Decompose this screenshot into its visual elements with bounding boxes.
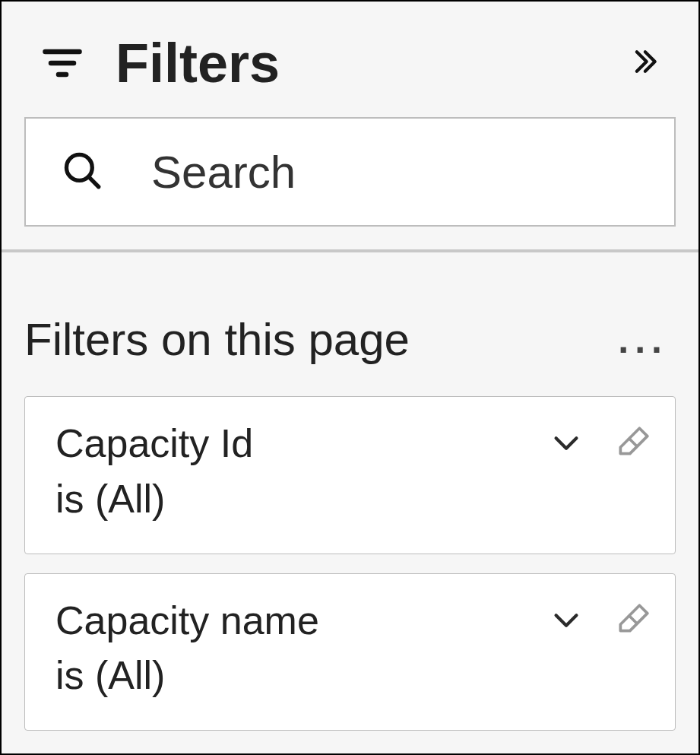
chevron-double-right-icon — [627, 68, 660, 81]
eraser-icon — [614, 451, 652, 464]
expand-filter-button[interactable] — [549, 425, 584, 463]
filter-value-label: is (All) — [55, 648, 549, 703]
collapse-button[interactable] — [619, 37, 668, 89]
filter-card[interactable]: Capacity Id is (All) — [24, 396, 676, 554]
filters-header: Filters — [2, 2, 698, 117]
svg-line-4 — [88, 176, 98, 186]
chevron-down-icon — [549, 449, 584, 462]
panel-title: Filters — [116, 32, 280, 94]
filter-text: Capacity name is (All) — [55, 593, 549, 704]
filters-section: Filters on this page ... Capacity Id is … — [2, 252, 698, 750]
section-heading: Filters on this page ... — [24, 313, 676, 366]
search-container — [2, 117, 698, 249]
eraser-icon — [614, 628, 652, 641]
svg-line-6 — [629, 614, 638, 624]
filter-field-label: Capacity Id — [55, 416, 549, 471]
section-more-button[interactable]: ... — [610, 318, 676, 362]
filter-text: Capacity Id is (All) — [55, 416, 549, 527]
chevron-down-icon — [549, 627, 584, 639]
search-input[interactable] — [150, 145, 700, 199]
expand-filter-button[interactable] — [549, 602, 584, 640]
search-box[interactable] — [24, 117, 676, 227]
svg-line-5 — [629, 438, 638, 448]
clear-filter-button[interactable] — [614, 423, 652, 465]
clear-filter-button[interactable] — [614, 601, 652, 642]
filter-card[interactable]: Capacity name is (All) — [24, 573, 676, 731]
filter-actions — [549, 601, 652, 642]
filter-field-label: Capacity name — [55, 593, 549, 649]
filter-value-label: is (All) — [55, 471, 549, 527]
section-title: Filters on this page — [24, 313, 610, 366]
search-icon — [60, 148, 104, 195]
filter-icon — [40, 40, 85, 86]
filter-actions — [549, 423, 652, 465]
filters-panel: Filters Filters on this p — [0, 0, 700, 755]
